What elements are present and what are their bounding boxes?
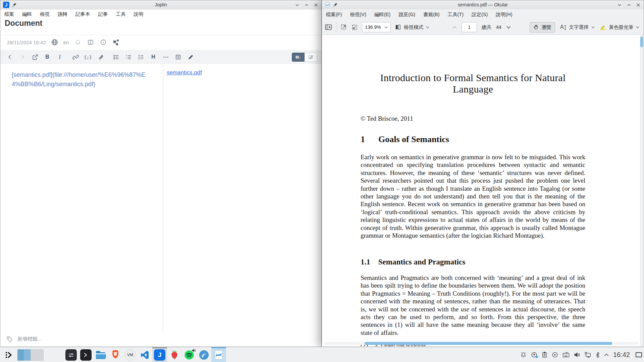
taskbar-qbittorrent[interactable] — [197, 347, 211, 362]
show-desktop-button[interactable] — [636, 352, 642, 357]
menu-view[interactable]: 檢視 — [40, 11, 50, 17]
note-links-graph-icon[interactable] — [112, 39, 120, 46]
browse-tool-button[interactable]: 瀏覽 — [530, 22, 555, 33]
menu-edit[interactable]: 編輯(E) — [374, 11, 390, 18]
menu-help[interactable]: 說明 — [134, 11, 144, 17]
notifications-icon[interactable] — [520, 352, 527, 358]
minimize-icon[interactable] — [618, 3, 622, 7]
menu-tools[interactable]: 工具 — [116, 11, 126, 17]
heading-icon[interactable]: H — [150, 53, 157, 61]
menu-edit[interactable]: 編輯 — [22, 11, 32, 17]
info-icon[interactable] — [100, 39, 107, 46]
taskbar-joplin[interactable]: J — [152, 347, 167, 362]
markdown-mode-button[interactable]: M↓ — [292, 53, 305, 62]
close-icon[interactable] — [314, 3, 318, 7]
vertical-scrollbar-thumb[interactable] — [640, 37, 643, 47]
volume-icon[interactable] — [574, 352, 580, 358]
clipboard-icon[interactable] — [542, 352, 547, 358]
markdown-editor-pane[interactable]: [semantics.pdf](file:///home/user/%E6%96… — [0, 64, 163, 331]
okular-titlebar[interactable]: semantics.pdf — Okular — [322, 0, 644, 9]
alarm-bell-icon[interactable] — [74, 39, 82, 46]
pin-icon[interactable] — [333, 2, 338, 7]
pen-tools-icon[interactable] — [187, 53, 194, 61]
bold-icon[interactable]: B — [44, 53, 51, 61]
bluetooth-icon[interactable] — [596, 352, 600, 358]
taskbar-file-manager[interactable] — [93, 347, 108, 362]
external-edit-icon[interactable] — [31, 53, 39, 61]
taskbar-system-settings[interactable] — [64, 347, 78, 362]
next-page-icon[interactable] — [506, 26, 511, 29]
richtext-mode-button[interactable] — [305, 53, 317, 62]
browse-label: 瀏覽 — [542, 24, 551, 31]
hyperlink-icon[interactable] — [72, 53, 79, 61]
menu-go[interactable]: 跳至(G) — [398, 11, 415, 18]
minimize-icon[interactable] — [295, 3, 299, 7]
taskbar-terminal[interactable] — [78, 347, 93, 362]
menu-view[interactable]: 檢視(V) — [350, 11, 366, 18]
preview-pdf-link[interactable]: semantics.pdf — [167, 69, 202, 76]
desktop-1[interactable] — [17, 349, 31, 361]
highlighter-icon — [600, 24, 606, 31]
taskbar-strawberry[interactable] — [167, 347, 182, 362]
menu-notebook[interactable]: 記事本 — [75, 11, 90, 17]
page-number-input[interactable]: 1 — [462, 22, 477, 32]
zoom-out-icon[interactable] — [351, 24, 358, 31]
pages-total-label: 總共 — [482, 24, 491, 31]
attach-file-icon[interactable] — [97, 53, 104, 61]
network-icon[interactable] — [585, 352, 591, 358]
checkbox-list-icon[interactable] — [137, 53, 145, 61]
desktop-2[interactable] — [31, 349, 44, 361]
insert-datetime-icon[interactable] — [174, 53, 182, 61]
text-selection-button[interactable]: A 文字選擇 — [560, 24, 595, 31]
zoom-in-icon[interactable] — [340, 24, 347, 31]
expand-tray-icon[interactable] — [604, 353, 609, 356]
pdf-view-area[interactable]: Introduction to Formal Semantics for Nat… — [322, 35, 643, 346]
taskbar-okular[interactable] — [211, 347, 226, 362]
maximize-icon[interactable] — [305, 3, 309, 7]
zoom-level-combobox[interactable]: 136.9% — [362, 22, 391, 32]
menu-tools[interactable]: 工具(T) — [447, 11, 464, 18]
updates-icon[interactable] — [531, 352, 537, 358]
highlighter-label: 黃色螢光筆 — [609, 24, 634, 31]
taskbar-virt-manager[interactable]: VM — [123, 347, 138, 362]
app-launcher-button[interactable] — [1, 347, 16, 362]
pin-icon[interactable] — [12, 2, 17, 7]
add-tag-field[interactable]: 新增標籤... — [17, 336, 42, 342]
taskbar-spotify[interactable] — [182, 347, 197, 362]
italic-icon[interactable]: I — [56, 53, 63, 61]
inline-code-icon[interactable]: {;} — [84, 53, 92, 61]
forward-icon[interactable] — [19, 53, 26, 61]
menu-help[interactable]: 說明(H) — [496, 11, 512, 18]
numbered-list-icon[interactable] — [125, 53, 132, 61]
menu-go[interactable]: 跳轉 — [58, 11, 67, 17]
clock[interactable]: 16:42 — [613, 351, 630, 359]
back-icon[interactable] — [6, 53, 14, 61]
more-options-icon[interactable] — [162, 53, 169, 61]
menu-bookmarks[interactable]: 書籤(B) — [423, 11, 439, 18]
markdown-source-text[interactable]: [semantics.pdf](file:///home/user/%E6%96… — [12, 70, 153, 89]
horizontal-scrollbar-thumb[interactable] — [365, 342, 612, 345]
pdf-subsection-heading: 1.1Semantics and Pragmatics — [361, 258, 465, 266]
menu-settings[interactable]: 設定(S) — [472, 11, 488, 18]
close-icon[interactable] — [636, 3, 640, 7]
menu-note[interactable]: 記事 — [98, 11, 108, 17]
view-mode-button[interactable]: 檢視模式 — [395, 24, 429, 31]
menu-file[interactable]: 檔案 — [4, 11, 14, 17]
maximize-icon[interactable] — [627, 3, 631, 7]
bullet-list-icon[interactable] — [112, 53, 120, 61]
joplin-titlebar[interactable]: Joplin J — [0, 0, 321, 9]
split-view-icon[interactable] — [87, 39, 94, 46]
toggle-sidebar-icon[interactable] — [325, 24, 332, 31]
horizontal-scrollbar[interactable] — [324, 342, 639, 345]
note-title[interactable]: Document — [5, 19, 42, 28]
virtual-desktop-pager[interactable] — [17, 349, 44, 361]
highlighter-button[interactable]: 黃色螢光筆 — [600, 24, 640, 31]
menu-file[interactable]: 檔案(F) — [326, 11, 342, 18]
media-player-icon[interactable] — [552, 352, 558, 358]
taskbar-vscode[interactable] — [138, 347, 152, 362]
previous-page-icon[interactable] — [452, 26, 457, 29]
vertical-scrollbar[interactable] — [640, 35, 643, 346]
markdown-preview-pane: semantics.pdf — [163, 64, 321, 331]
taskbar-brave-browser[interactable] — [108, 347, 123, 362]
keyboard-layout-icon[interactable] — [562, 352, 570, 358]
